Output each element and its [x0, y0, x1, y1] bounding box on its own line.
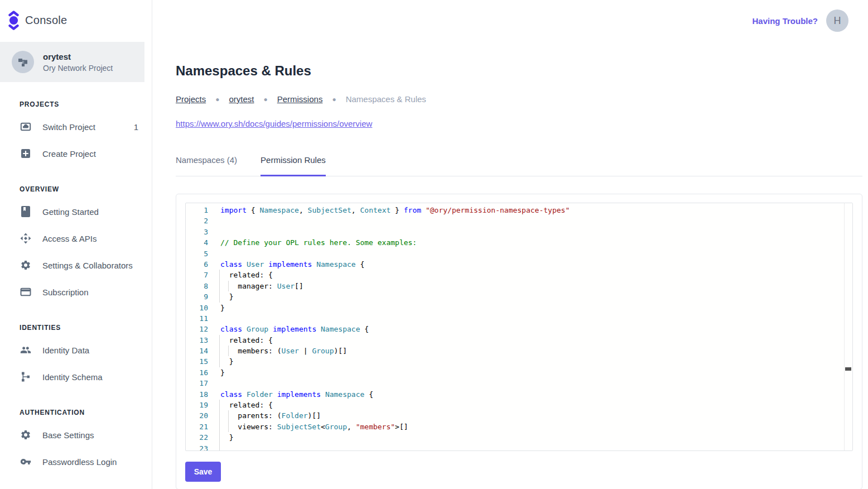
sidebar-item-subscription[interactable]: Subscription [0, 279, 152, 305]
line-number: 13 [186, 335, 208, 346]
breadcrumb-current: Namespaces & Rules [346, 94, 426, 104]
code-text: parents: (Folder)[] [220, 411, 321, 420]
brand-name: Console [25, 14, 67, 27]
line-number: 5 [186, 248, 208, 259]
code-line[interactable]: 9 } [186, 291, 852, 302]
having-trouble-link[interactable]: Having Trouble? [752, 16, 818, 26]
code-line[interactable]: 6class User implements Namespace { [186, 259, 852, 270]
code-line[interactable]: 2 [186, 215, 852, 226]
code-line[interactable]: 4// Define your OPL rules here. Some exa… [186, 237, 852, 248]
sidebar-item-getting-started[interactable]: Getting Started [0, 198, 152, 225]
sidebar-item-access-apis[interactable]: Access & APIs [0, 225, 152, 252]
sidebar-item-label: Create Project [42, 149, 96, 159]
code-line[interactable]: 10} [186, 303, 852, 313]
cursor-position-mark [845, 367, 851, 371]
code-line[interactable]: 7 related: { [186, 270, 852, 280]
code-text: class Folder implements Namespace { [220, 390, 373, 399]
line-number: 15 [186, 356, 208, 367]
code-text: } [220, 293, 233, 301]
line-number: 6 [186, 259, 208, 270]
code-text: class User implements Namespace { [220, 260, 364, 269]
user-avatar[interactable]: H [826, 9, 848, 32]
sidebar-item-label: Settings & Collaborators [42, 261, 133, 270]
code-line[interactable]: 18class Folder implements Namespace { [186, 389, 852, 400]
breadcrumb-projects[interactable]: Projects [176, 94, 206, 104]
code-line[interactable]: 13 related: { [186, 335, 852, 346]
line-number: 22 [186, 432, 208, 443]
sidebar-item-base-settings[interactable]: Base Settings [0, 421, 152, 448]
code-editor[interactable]: 1import { Namespace, SubjectSet, Context… [185, 203, 853, 451]
sidebar-item-passwordless-login[interactable]: Passwordless Login [0, 448, 152, 475]
code-text: } [220, 368, 225, 377]
line-number: 18 [186, 389, 208, 400]
indent-guide [219, 281, 220, 291]
code-line[interactable]: 21 viewers: SubjectSet<Group, "members">… [186, 421, 852, 432]
code-line[interactable]: 20 parents: (Folder)[] [186, 410, 852, 421]
breadcrumb-permissions[interactable]: Permissions [277, 94, 323, 104]
code-text: } [220, 433, 233, 442]
code-text: class Group implements Namespace { [220, 325, 369, 333]
line-number: 4 [186, 237, 208, 248]
docs-link[interactable]: https://www.ory.sh/docs/guides/permissio… [176, 119, 372, 128]
indent-guide [228, 421, 229, 432]
line-number: 16 [186, 367, 208, 378]
code-line[interactable]: 3 [186, 227, 852, 237]
tab-permission-rules[interactable]: Permission Rules [261, 155, 326, 176]
section-title-projects: PROJECTS [20, 100, 152, 108]
code-text: } [220, 304, 225, 312]
top-bar: Having Trouble? H [176, 0, 862, 41]
code-line[interactable]: 1import { Namespace, SubjectSet, Context… [186, 205, 852, 215]
indent-guide [228, 346, 229, 356]
sidebar-item-identity-data[interactable]: Identity Data [0, 337, 152, 363]
code-line[interactable]: 22 } [186, 432, 852, 443]
code-line[interactable]: 8 manager: User[] [186, 281, 852, 291]
indent-guide [219, 410, 220, 421]
sidebar-item-label: Getting Started [42, 207, 99, 217]
code-text: members: (User | Group)[] [220, 347, 347, 355]
code-text: viewers: SubjectSet<Group, "members">[] [220, 423, 408, 431]
code-text: } [220, 357, 233, 366]
people-icon [20, 344, 31, 356]
main-content: Having Trouble? H Namespaces & Rules Pro… [152, 0, 868, 489]
indent-guide [219, 356, 220, 367]
console-logo[interactable]: Console [0, 0, 152, 33]
project-name: orytest [43, 52, 113, 61]
code-text: import { Namespace, SubjectSet, Context … [220, 206, 570, 214]
line-number: 11 [186, 313, 208, 324]
project-count-badge: 1 [134, 122, 138, 132]
code-line[interactable]: 19 related: { [186, 400, 852, 410]
book-icon [20, 206, 31, 217]
editor-overview-ruler[interactable] [844, 203, 852, 450]
breadcrumb-orytest[interactable]: orytest [229, 94, 254, 104]
sidebar-item-label: Passwordless Login [42, 457, 117, 467]
project-selector[interactable]: orytest Ory Network Project [0, 42, 144, 82]
code-line[interactable]: 11 [186, 313, 852, 324]
sidebar-item-identity-schema[interactable]: Identity Schema [0, 363, 152, 390]
avatar-initial: H [834, 15, 841, 27]
save-button[interactable]: Save [185, 462, 221, 482]
indent-guide [228, 410, 229, 421]
code-line[interactable]: 23 [186, 443, 852, 451]
breadcrumb-separator: ● [215, 95, 219, 103]
indent-guide [219, 270, 220, 280]
line-number: 23 [186, 443, 208, 451]
sidebar-item-settings-collaborators[interactable]: Settings & Collaborators [0, 252, 152, 279]
code-line[interactable]: 15 } [186, 356, 852, 367]
code-line[interactable]: 12class Group implements Namespace { [186, 324, 852, 334]
tab-namespaces[interactable]: Namespaces (4) [176, 155, 237, 176]
ory-logo-icon [8, 11, 20, 30]
code-line[interactable]: 5 [186, 248, 852, 259]
code-line[interactable]: 14 members: (User | Group)[] [186, 346, 852, 356]
sidebar: Console orytest Ory Network Project PROJ… [0, 0, 152, 489]
code-line[interactable]: 16} [186, 367, 852, 378]
sidebar-item-label: Identity Schema [42, 372, 103, 382]
line-number: 9 [186, 291, 208, 302]
sidebar-item-label: Access & APIs [42, 234, 97, 243]
indent-guide [219, 443, 220, 451]
project-avatar [12, 51, 34, 73]
sidebar-item-create-project[interactable]: Create Project [0, 140, 152, 167]
section-title-authentication: AUTHENTICATION [20, 409, 152, 416]
code-line[interactable]: 17 [186, 378, 852, 389]
sidebar-item-switch-project[interactable]: Switch Project 1 [0, 113, 152, 140]
indent-guide [219, 291, 220, 302]
